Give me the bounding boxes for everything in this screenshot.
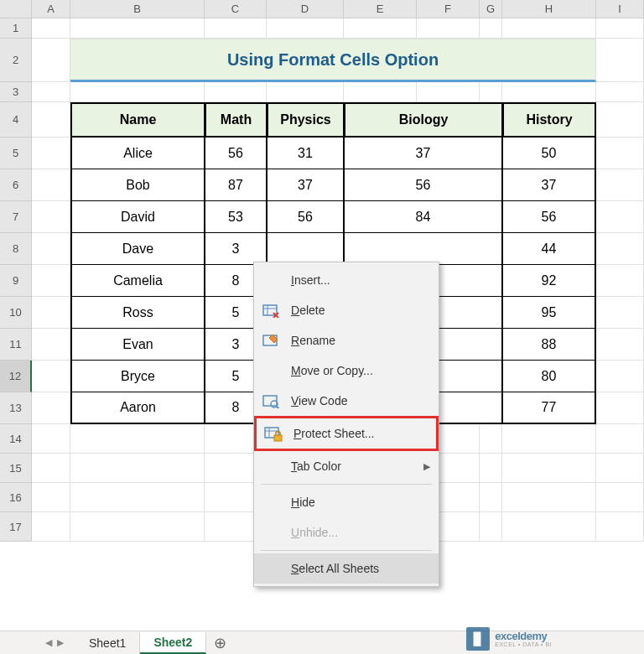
cell[interactable] [502,18,596,39]
table-cell[interactable]: 53 [205,201,267,233]
cell[interactable] [417,18,480,39]
cell[interactable] [32,102,70,138]
table-cell[interactable] [267,233,344,265]
col-header-E[interactable]: E [344,0,417,18]
table-header[interactable]: History [502,102,596,138]
table-cell[interactable] [344,233,502,265]
cell[interactable] [32,392,70,424]
cell[interactable] [480,512,502,542]
cell[interactable] [70,483,205,512]
table-cell[interactable]: 87 [205,169,267,201]
table-header[interactable]: Biology [344,102,502,138]
menu-rename[interactable]: Rename [254,325,439,356]
table-cell[interactable]: 77 [502,392,596,424]
row-header-13[interactable]: 13 [0,392,32,424]
cell[interactable] [596,297,644,329]
cell[interactable] [205,18,267,39]
table-cell[interactable]: 84 [344,201,502,233]
table-cell[interactable]: Aaron [70,392,205,424]
cell[interactable] [70,454,205,483]
table-header[interactable]: Name [70,102,205,138]
cell[interactable] [70,424,205,454]
cell[interactable] [502,424,596,454]
table-cell[interactable]: 3 [205,233,267,265]
row-header-14[interactable]: 14 [0,424,32,454]
table-cell[interactable]: 92 [502,265,596,297]
table-cell[interactable]: Alice [70,138,205,169]
cell[interactable] [205,82,267,102]
col-header-F[interactable]: F [417,0,480,18]
table-cell[interactable]: 80 [502,361,596,392]
cell[interactable] [32,82,70,102]
row-header-7[interactable]: 7 [0,201,32,233]
menu-delete[interactable]: Delete [254,295,439,325]
cell[interactable] [596,18,644,39]
menu-protect-sheet[interactable]: Protect Sheet... [254,416,439,451]
table-cell[interactable]: 50 [502,138,596,169]
cell[interactable] [596,201,644,233]
menu-view-code[interactable]: View Code [254,386,439,416]
row-header-8[interactable]: 8 [0,233,32,265]
col-header-H[interactable]: H [502,0,596,18]
col-header-G[interactable]: G [480,0,502,18]
cell[interactable] [502,483,596,512]
cell[interactable] [32,138,70,169]
select-all-corner[interactable] [0,0,32,18]
table-cell[interactable]: 56 [344,169,502,201]
cell[interactable] [596,102,644,138]
row-header-17[interactable]: 17 [0,512,32,542]
col-header-C[interactable]: C [205,0,267,18]
sheet-tab-sheet1[interactable]: Sheet1 [75,632,140,654]
cell[interactable] [596,233,644,265]
tab-nav-next[interactable]: ▶ [57,637,64,648]
row-header-2[interactable]: 2 [0,39,32,82]
row-header-9[interactable]: 9 [0,265,32,297]
table-cell[interactable]: 88 [502,329,596,361]
cell[interactable] [596,392,644,424]
menu-tab-color[interactable]: Tab Color ▶ [254,451,439,481]
cell[interactable] [480,18,502,39]
row-header-6[interactable]: 6 [0,169,32,201]
table-cell[interactable]: 37 [344,138,502,169]
cell[interactable] [32,512,70,542]
table-cell[interactable]: David [70,201,205,233]
row-header-3[interactable]: 3 [0,82,32,102]
table-cell[interactable]: Bryce [70,361,205,392]
row-header-11[interactable]: 11 [0,329,32,361]
row-header-10[interactable]: 10 [0,297,32,329]
cell[interactable] [32,361,70,392]
cell[interactable] [596,329,644,361]
cell[interactable] [502,512,596,542]
cell[interactable] [32,233,70,265]
table-header[interactable]: Math [205,102,267,138]
cell[interactable] [32,201,70,233]
cell[interactable] [596,82,644,102]
cell[interactable] [596,483,644,512]
cell[interactable] [32,18,70,39]
cell[interactable] [480,454,502,483]
col-header-D[interactable]: D [267,0,344,18]
table-cell[interactable]: 56 [267,201,344,233]
cell[interactable] [596,169,644,201]
table-cell[interactable]: 56 [502,201,596,233]
menu-insert[interactable]: Insert... [254,265,439,295]
table-cell[interactable]: 95 [502,297,596,329]
cell[interactable] [596,39,644,82]
table-cell[interactable]: 37 [502,169,596,201]
cell[interactable] [502,454,596,483]
row-header-5[interactable]: 5 [0,138,32,169]
cell[interactable] [596,424,644,454]
table-cell[interactable]: Camelia [70,265,205,297]
row-header-1[interactable]: 1 [0,18,32,39]
cell[interactable] [32,297,70,329]
tab-nav-prev[interactable]: ◀ [45,637,52,648]
cell[interactable] [480,424,502,454]
table-cell[interactable]: Evan [70,329,205,361]
cell[interactable] [32,483,70,512]
add-sheet-button[interactable]: ⊕ [210,633,230,653]
col-header-A[interactable]: A [32,0,70,18]
page-title[interactable]: Using Format Cells Option [70,39,596,82]
cell[interactable] [480,82,502,102]
cell[interactable] [267,18,344,39]
row-header-12[interactable]: 12 [0,361,32,392]
